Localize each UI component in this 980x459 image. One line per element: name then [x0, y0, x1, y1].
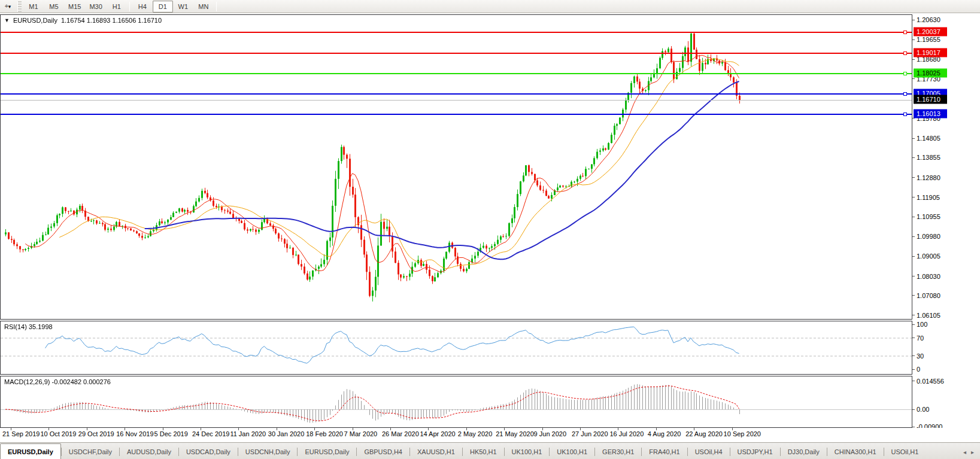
timeframe-button-m5[interactable]: M5 — [44, 1, 64, 13]
date-label: 16 Nov 2019 — [116, 430, 153, 437]
rsi-axis[interactable]: 10070300 — [912, 321, 980, 375]
chart-symbol-label: EURUSD,Daily — [13, 17, 57, 24]
chart-tab-usdjpy-h1[interactable]: USDJPY,H1 — [730, 445, 780, 459]
rsi-axis-tick: 100 — [912, 321, 980, 328]
price-axis-tick: 1.14805 — [912, 135, 980, 142]
chart-tab-dj30-daily[interactable]: DJ30,Daily — [781, 445, 827, 459]
line-handle-icon[interactable] — [903, 31, 907, 34]
date-label: 10 Sep 2020 — [724, 430, 761, 437]
macd-chart-canvas[interactable] — [1, 376, 912, 427]
horizontal-level-line-1.18025[interactable] — [1, 73, 912, 74]
macd-axis-tick: 0.00 — [912, 406, 980, 413]
chart-tab-uk100-h1[interactable]: UK100,H1 — [505, 445, 550, 459]
timeframe-button-h1[interactable]: H1 — [107, 1, 127, 13]
date-label: 5 Dec 2019 — [154, 430, 188, 437]
date-label: 22 Aug 2020 — [685, 430, 723, 437]
chart-tab-audusd-daily[interactable]: AUDUSD,Daily — [120, 445, 178, 459]
tab-scroll-right-icon[interactable]: ▸ — [971, 449, 974, 455]
price-axis[interactable]: 1.206301.196551.186801.177301.157801.148… — [912, 14, 980, 321]
collapse-chart-icon[interactable]: ▼ — [4, 17, 10, 23]
chart-tab-usdcnh-daily[interactable]: USDCNH,Daily — [238, 445, 298, 459]
timeframe-button-m30[interactable]: M30 — [85, 1, 106, 13]
price-axis-tick: 1.20630 — [912, 16, 980, 23]
timeframe-button-m15[interactable]: M15 — [64, 1, 85, 13]
rsi-indicator-panel[interactable]: RSI(14) 35.1998 — [0, 321, 912, 375]
chart-tab-china300-h1[interactable]: CHINA300,H1 — [827, 445, 884, 459]
chart-tabs-bar: EURUSD,DailyUSDCHF,DailyAUDUSD,DailyUSDC… — [0, 442, 980, 459]
rsi-label: RSI(14) 35.1998 — [4, 323, 53, 330]
timeframe-button-m1[interactable]: M1 — [23, 1, 44, 13]
horizontal-level-line-1.20037[interactable] — [1, 32, 912, 33]
chart-ohlc-values: 1.16754 1.16893 1.16506 1.16710 — [61, 17, 162, 24]
tab-scroll-arrows: ◂ ▸ — [957, 445, 980, 459]
price-axis-tick: 1.09980 — [912, 233, 980, 240]
chart-tab-usdchf-daily[interactable]: USDCHF,Daily — [62, 445, 119, 459]
price-chart-panel[interactable]: ▼ EURUSD,Daily 1.16754 1.16893 1.16506 1… — [0, 14, 912, 320]
price-level-badge-1.19017: 1.19017 — [914, 48, 947, 57]
rsi-chart-canvas[interactable] — [1, 321, 912, 374]
timeframe-button-mn[interactable]: MN — [193, 1, 214, 13]
chart-tab-eurusd-daily[interactable]: EURUSD,Daily — [0, 443, 61, 459]
current-price-badge: 1.16710 — [914, 95, 947, 104]
horizontal-level-line-1.19017[interactable] — [1, 53, 912, 54]
macd-axis[interactable]: 0.0145560.00-0.00900 — [912, 376, 980, 428]
price-axis-tick: 1.13855 — [912, 154, 980, 161]
timeframe-button-d1[interactable]: D1 — [153, 1, 173, 13]
date-label: 30 Jan 2020 — [268, 430, 305, 437]
trading-platform-window: ⌖▾ M1M5M15M30H1H4D1W1MN ▼ EURUSD,Daily 1… — [0, 0, 980, 459]
chart-tab-xauusd-h1[interactable]: XAUUSD,H1 — [410, 445, 462, 459]
chart-tab-fra40-h1[interactable]: FRA40,H1 — [642, 445, 687, 459]
date-label: 14 Apr 2020 — [420, 430, 455, 437]
timeframe-toolbar: ⌖▾ M1M5M15M30H1H4D1W1MN — [0, 0, 980, 13]
price-level-badge-1.18025: 1.18025 — [914, 68, 947, 77]
current-price-line — [1, 100, 912, 101]
price-axis-tick: 1.12880 — [912, 174, 980, 181]
price-level-badge-1.20037: 1.20037 — [914, 28, 947, 37]
timeframe-button-h4[interactable]: H4 — [132, 1, 153, 13]
line-handle-icon[interactable] — [903, 51, 907, 55]
toolbar-grip-handle[interactable] — [17, 1, 22, 12]
dropdown-arrow-icon[interactable]: ▾ — [8, 4, 11, 10]
macd-indicator-panel[interactable]: MACD(12,26,9) -0.002482 0.000276 — [0, 376, 912, 428]
date-label: 7 Mar 2020 — [344, 430, 378, 437]
chart-tab-eurusd-daily[interactable]: EURUSD,Daily — [298, 445, 356, 459]
date-label: 29 Oct 2019 — [78, 430, 114, 437]
timeframe-button-w1[interactable]: W1 — [173, 1, 193, 13]
chart-tab-usoil-h4[interactable]: USOil,H4 — [688, 445, 730, 459]
chart-cursor-icon[interactable]: ⌖▾ — [0, 1, 16, 13]
chart-tab-hk50-h1[interactable]: HK50,H1 — [463, 445, 504, 459]
chart-tab-gbpusd-h4[interactable]: GBPUSD,H4 — [357, 445, 409, 459]
chart-tab-usoil-h1[interactable]: USOil,H1 — [884, 445, 926, 459]
chart-title: ▼ EURUSD,Daily 1.16754 1.16893 1.16506 1… — [4, 17, 162, 24]
date-axis[interactable]: 21 Sep 201910 Oct 201929 Oct 201916 Nov … — [0, 428, 980, 442]
date-label: 10 Oct 2019 — [40, 430, 76, 437]
date-label: 2 May 2020 — [458, 430, 492, 437]
price-axis-tick: 1.19655 — [912, 36, 980, 43]
chart-tab-usdcad-daily[interactable]: USDCAD,Daily — [179, 445, 238, 459]
line-handle-icon[interactable] — [903, 113, 907, 116]
price-axis-tick: 1.07080 — [912, 292, 980, 299]
date-label: 16 Jul 2020 — [609, 430, 644, 437]
chart-tab-ger30-h1[interactable]: GER30,H1 — [595, 445, 641, 459]
candlestick-chart-canvas[interactable] — [1, 15, 912, 319]
date-label: 9 Jun 2020 — [534, 430, 566, 437]
horizontal-level-line-1.16013[interactable] — [1, 114, 912, 115]
date-label: 18 Feb 2020 — [306, 430, 343, 437]
line-handle-icon[interactable] — [903, 72, 907, 75]
toolbar-separator — [216, 2, 217, 11]
rsi-axis-tick: 0 — [912, 366, 980, 373]
chart-tab-uk100-h1[interactable]: UK100,H1 — [550, 445, 594, 459]
date-label: 21 May 2020 — [496, 430, 534, 437]
toolbar-separator — [129, 2, 130, 11]
price-axis-tick: 1.11905 — [912, 194, 980, 201]
tab-scroll-left-icon[interactable]: ◂ — [963, 449, 966, 455]
price-axis-tick: 1.09005 — [912, 253, 980, 260]
date-label: 4 Aug 2020 — [648, 430, 681, 437]
line-handle-icon[interactable] — [903, 92, 907, 96]
horizontal-level-line-1.17005[interactable] — [1, 93, 912, 95]
price-axis-tick: 1.06105 — [912, 312, 980, 319]
date-label: 11 Jan 2020 — [230, 430, 266, 437]
date-label: 21 Sep 2019 — [2, 430, 40, 437]
date-label: 27 Jun 2020 — [572, 430, 608, 437]
price-level-badge-1.16013: 1.16013 — [914, 110, 947, 118]
